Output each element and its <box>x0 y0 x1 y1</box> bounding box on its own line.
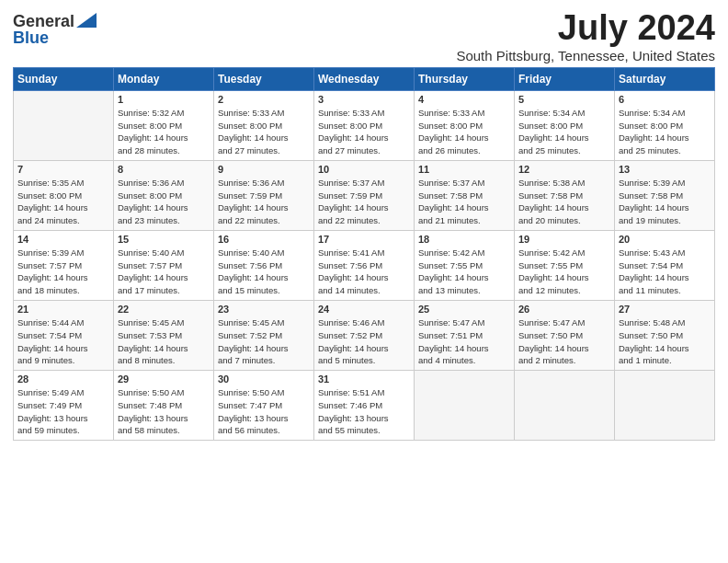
day-info: Sunrise: 5:33 AM Sunset: 8:00 PM Dayligh… <box>418 107 510 157</box>
weekday-header-saturday: Saturday <box>615 67 715 90</box>
calendar-cell: 19Sunrise: 5:42 AM Sunset: 7:55 PM Dayli… <box>515 230 615 300</box>
weekday-header-wednesday: Wednesday <box>314 67 415 90</box>
day-info: Sunrise: 5:32 AM Sunset: 8:00 PM Dayligh… <box>118 107 210 157</box>
day-info: Sunrise: 5:50 AM Sunset: 7:48 PM Dayligh… <box>118 386 210 437</box>
day-number: 8 <box>118 164 210 175</box>
day-number: 13 <box>619 164 711 175</box>
day-info: Sunrise: 5:45 AM Sunset: 7:53 PM Dayligh… <box>118 316 210 367</box>
day-number: 12 <box>518 164 610 175</box>
calendar-cell: 6Sunrise: 5:34 AM Sunset: 8:00 PM Daylig… <box>615 90 715 160</box>
page-container: General Blue July 2024 South Pittsburg, … <box>0 0 728 450</box>
day-info: Sunrise: 5:33 AM Sunset: 8:00 PM Dayligh… <box>318 107 410 157</box>
day-info: Sunrise: 5:37 AM Sunset: 7:58 PM Dayligh… <box>418 177 510 227</box>
day-number: 16 <box>218 234 310 245</box>
calendar-cell: 11Sunrise: 5:37 AM Sunset: 7:58 PM Dayli… <box>415 160 515 230</box>
day-number: 4 <box>418 94 510 105</box>
weekday-header-sunday: Sunday <box>14 67 114 90</box>
calendar-cell: 3Sunrise: 5:33 AM Sunset: 8:00 PM Daylig… <box>314 90 415 160</box>
day-info: Sunrise: 5:50 AM Sunset: 7:47 PM Dayligh… <box>218 386 310 437</box>
month-title: July 2024 <box>456 9 715 48</box>
calendar-cell: 20Sunrise: 5:43 AM Sunset: 7:54 PM Dayli… <box>615 230 715 300</box>
calendar-cell: 4Sunrise: 5:33 AM Sunset: 8:00 PM Daylig… <box>415 90 515 160</box>
weekday-header-tuesday: Tuesday <box>214 67 314 90</box>
calendar-cell: 21Sunrise: 5:44 AM Sunset: 7:54 PM Dayli… <box>14 300 114 370</box>
calendar-cell: 27Sunrise: 5:48 AM Sunset: 7:50 PM Dayli… <box>615 300 715 370</box>
day-number: 22 <box>118 304 210 315</box>
calendar-cell: 23Sunrise: 5:45 AM Sunset: 7:52 PM Dayli… <box>214 300 314 370</box>
weekday-header-monday: Monday <box>114 67 214 90</box>
location-title: South Pittsburg, Tennessee, United State… <box>456 48 715 63</box>
day-number: 15 <box>118 234 210 245</box>
day-info: Sunrise: 5:40 AM Sunset: 7:57 PM Dayligh… <box>118 247 210 297</box>
calendar-cell: 28Sunrise: 5:49 AM Sunset: 7:49 PM Dayli… <box>14 371 114 441</box>
title-block: July 2024 South Pittsburg, Tennessee, Un… <box>456 9 715 63</box>
calendar-cell: 9Sunrise: 5:36 AM Sunset: 7:59 PM Daylig… <box>214 160 314 230</box>
week-row-1: 1Sunrise: 5:32 AM Sunset: 8:00 PM Daylig… <box>14 90 715 160</box>
day-number: 19 <box>518 234 610 245</box>
day-info: Sunrise: 5:47 AM Sunset: 7:51 PM Dayligh… <box>418 316 510 367</box>
day-number: 26 <box>518 304 610 315</box>
week-row-3: 14Sunrise: 5:39 AM Sunset: 7:57 PM Dayli… <box>14 230 715 300</box>
day-info: Sunrise: 5:34 AM Sunset: 8:00 PM Dayligh… <box>518 107 610 157</box>
calendar-cell <box>515 371 615 441</box>
day-number: 20 <box>619 234 711 245</box>
day-info: Sunrise: 5:33 AM Sunset: 8:00 PM Dayligh… <box>218 107 310 157</box>
day-info: Sunrise: 5:38 AM Sunset: 7:58 PM Dayligh… <box>518 177 610 227</box>
calendar-cell: 1Sunrise: 5:32 AM Sunset: 8:00 PM Daylig… <box>114 90 214 160</box>
calendar-cell: 12Sunrise: 5:38 AM Sunset: 7:58 PM Dayli… <box>515 160 615 230</box>
day-number: 17 <box>318 234 410 245</box>
week-row-4: 21Sunrise: 5:44 AM Sunset: 7:54 PM Dayli… <box>14 300 715 370</box>
calendar-cell: 29Sunrise: 5:50 AM Sunset: 7:48 PM Dayli… <box>114 371 214 441</box>
day-info: Sunrise: 5:48 AM Sunset: 7:50 PM Dayligh… <box>619 316 711 367</box>
calendar-cell: 7Sunrise: 5:35 AM Sunset: 8:00 PM Daylig… <box>14 160 114 230</box>
calendar-cell: 14Sunrise: 5:39 AM Sunset: 7:57 PM Dayli… <box>14 230 114 300</box>
day-number: 9 <box>218 164 310 175</box>
calendar-cell: 16Sunrise: 5:40 AM Sunset: 7:56 PM Dayli… <box>214 230 314 300</box>
calendar-cell <box>14 90 114 160</box>
day-info: Sunrise: 5:47 AM Sunset: 7:50 PM Dayligh… <box>518 316 610 367</box>
header: General Blue July 2024 South Pittsburg, … <box>13 9 715 63</box>
day-number: 5 <box>518 94 610 105</box>
day-info: Sunrise: 5:34 AM Sunset: 8:00 PM Dayligh… <box>619 107 711 157</box>
day-number: 7 <box>17 164 109 175</box>
day-number: 21 <box>17 304 109 315</box>
calendar-cell: 5Sunrise: 5:34 AM Sunset: 8:00 PM Daylig… <box>515 90 615 160</box>
day-number: 31 <box>318 373 410 385</box>
day-number: 2 <box>218 94 310 105</box>
day-info: Sunrise: 5:43 AM Sunset: 7:54 PM Dayligh… <box>619 247 711 297</box>
calendar-cell: 13Sunrise: 5:39 AM Sunset: 7:58 PM Dayli… <box>615 160 715 230</box>
calendar-cell: 8Sunrise: 5:36 AM Sunset: 8:00 PM Daylig… <box>114 160 214 230</box>
calendar-cell: 10Sunrise: 5:37 AM Sunset: 7:59 PM Dayli… <box>314 160 415 230</box>
week-row-2: 7Sunrise: 5:35 AM Sunset: 8:00 PM Daylig… <box>14 160 715 230</box>
calendar-cell <box>415 371 515 441</box>
day-info: Sunrise: 5:51 AM Sunset: 7:46 PM Dayligh… <box>318 386 410 437</box>
calendar-cell <box>615 371 715 441</box>
calendar-cell: 18Sunrise: 5:42 AM Sunset: 7:55 PM Dayli… <box>415 230 515 300</box>
day-number: 6 <box>619 94 711 105</box>
day-info: Sunrise: 5:35 AM Sunset: 8:00 PM Dayligh… <box>17 177 109 227</box>
day-info: Sunrise: 5:37 AM Sunset: 7:59 PM Dayligh… <box>318 177 410 227</box>
day-number: 25 <box>418 304 510 315</box>
day-number: 29 <box>118 373 210 385</box>
weekday-header-friday: Friday <box>515 67 615 90</box>
day-number: 10 <box>318 164 410 175</box>
day-number: 27 <box>619 304 711 315</box>
day-info: Sunrise: 5:36 AM Sunset: 7:59 PM Dayligh… <box>218 177 310 227</box>
calendar-cell: 25Sunrise: 5:47 AM Sunset: 7:51 PM Dayli… <box>415 300 515 370</box>
day-number: 14 <box>17 234 109 245</box>
day-info: Sunrise: 5:42 AM Sunset: 7:55 PM Dayligh… <box>518 247 610 297</box>
day-number: 28 <box>17 373 109 385</box>
calendar-table: SundayMondayTuesdayWednesdayThursdayFrid… <box>13 67 715 441</box>
day-number: 30 <box>218 373 310 385</box>
logo-general-text: General <box>13 13 74 29</box>
day-number: 24 <box>318 304 410 315</box>
logo-blue-text: Blue <box>13 29 49 46</box>
logo-icon <box>76 13 97 28</box>
svg-marker-0 <box>76 13 97 28</box>
calendar-cell: 2Sunrise: 5:33 AM Sunset: 8:00 PM Daylig… <box>214 90 314 160</box>
weekday-header-row: SundayMondayTuesdayWednesdayThursdayFrid… <box>14 67 715 90</box>
day-info: Sunrise: 5:45 AM Sunset: 7:52 PM Dayligh… <box>218 316 310 367</box>
calendar-cell: 26Sunrise: 5:47 AM Sunset: 7:50 PM Dayli… <box>515 300 615 370</box>
day-info: Sunrise: 5:42 AM Sunset: 7:55 PM Dayligh… <box>418 247 510 297</box>
day-number: 23 <box>218 304 310 315</box>
